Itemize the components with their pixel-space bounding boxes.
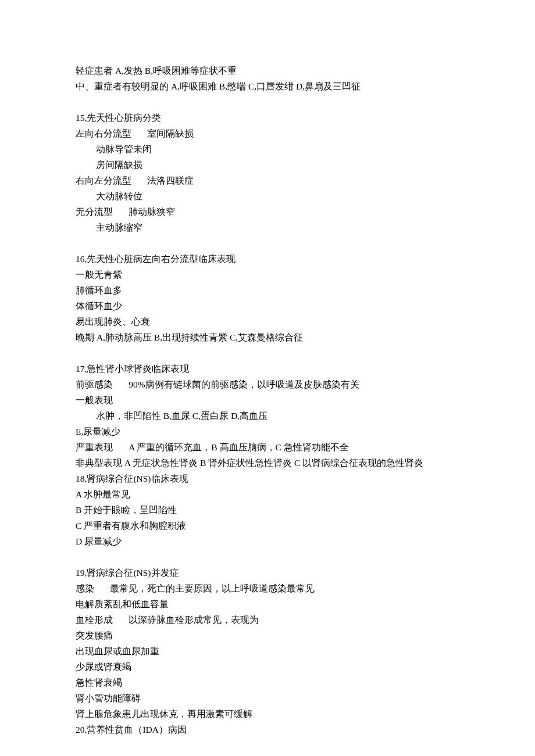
text-line: A 水肿最常见	[76, 486, 459, 502]
text-line: 非典型表现 A 无症状急性肾炎 B 肾外症状性急性肾炎 C 以肾病综合征表现的急…	[76, 455, 459, 471]
text-line: 18,肾病综合征(NS)临床表现	[76, 471, 459, 486]
text-line: 无分流型 肺动脉狭窄	[76, 204, 459, 220]
text-line: 20,营养性贫血（IDA）病因	[76, 722, 459, 737]
text-line: 严重表现 A 严重的循环充血，B 高血压脑病，C 急性肾功能不全	[76, 439, 459, 455]
text-line: 感染 最常见，死亡的主要原因，以上呼吸道感染最常见	[76, 581, 459, 596]
text-line: 一般无青紫	[76, 267, 459, 282]
text-line: 19,肾病综合征(NS)并发症	[76, 565, 459, 581]
document-page: 轻症患者 A,发热 B,呼吸困难等症状不重中、重症者有较明显的 A,呼吸困难 B…	[0, 0, 535, 756]
text-line: 房间隔缺损	[76, 157, 459, 173]
text-line: 左向右分流型 室间隔缺损	[76, 126, 459, 141]
text-line: 大动脉转位	[76, 188, 459, 204]
text-line: 肺循环血多	[76, 282, 459, 298]
text-line: 15,先天性心脏病分类	[76, 110, 459, 126]
text-line: D 尿量减少	[76, 533, 459, 549]
blank-line	[76, 235, 459, 251]
text-line: 突发腰痛	[76, 628, 459, 643]
blank-line	[76, 345, 459, 361]
text-line: 血栓形成 以深静脉血栓形成常见，表现为	[76, 612, 459, 628]
text-line: B 开始于眼睑，呈凹陷性	[76, 502, 459, 518]
text-line: 右向左分流型 法洛四联症	[76, 173, 459, 188]
text-line: 易出现肺炎、心衰	[76, 314, 459, 329]
text-line: 体循环血少	[76, 298, 459, 314]
text-line: 一般表现	[76, 392, 459, 408]
text-line: 主动脉缩窄	[76, 220, 459, 235]
document-body: 轻症患者 A,发热 B,呼吸困难等症状不重中、重症者有较明显的 A,呼吸困难 B…	[76, 63, 459, 737]
blank-line	[76, 94, 459, 110]
text-line: 轻症患者 A,发热 B,呼吸困难等症状不重	[76, 63, 459, 78]
text-line: 17,急性肾小球肾炎临床表现	[76, 361, 459, 377]
text-line: 水肿，非凹陷性 B,血尿 C,蛋白尿 D,高血压	[76, 408, 459, 424]
text-line: 16,先天性心脏病左向右分流型临床表现	[76, 251, 459, 267]
text-line: 动脉导管未闭	[76, 141, 459, 157]
text-line: 急性肾衰竭	[76, 675, 459, 690]
text-line: 出现血尿或血尿加重	[76, 643, 459, 659]
text-line: 前驱感染 90%病例有链球菌的前驱感染，以呼吸道及皮肤感染有关	[76, 377, 459, 392]
text-line: 肾小管功能障碍	[76, 690, 459, 706]
text-line: 电解质紊乱和低血容量	[76, 596, 459, 612]
text-line: 中、重症者有较明显的 A,呼吸困难 B,憋喘 C,口唇发绀 D,鼻扇及三凹征	[76, 78, 459, 94]
text-line: C 严重者有腹水和胸腔积液	[76, 518, 459, 533]
text-line: 少尿或肾衰竭	[76, 659, 459, 675]
text-line: 肾上腺危象患儿出现休克，再用激素可缓解	[76, 706, 459, 722]
text-line: 晚期 A,肺动脉高压 B,出现持续性青紫 C,艾森曼格综合征	[76, 329, 459, 345]
text-line: E,尿量减少	[76, 424, 459, 439]
blank-line	[76, 549, 459, 565]
